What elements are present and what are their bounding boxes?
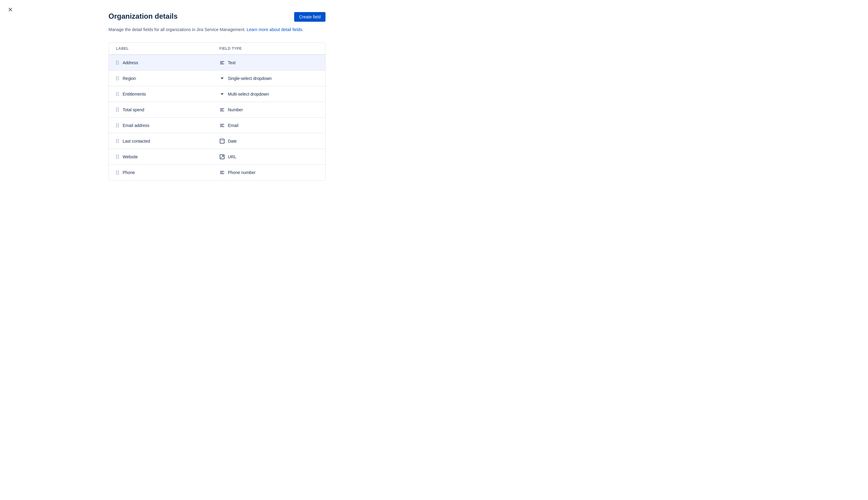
main-content: Organization details Create field Manage… [103,0,332,193]
drag-dot [116,78,117,79]
drag-dot [116,140,117,141]
drag-dot [118,139,119,140]
close-button[interactable]: ✕ [6,5,14,14]
drag-handle[interactable] [116,123,119,127]
drag-dot [116,158,117,159]
drag-dot [116,123,117,124]
table-row[interactable]: Last contacted Date [109,133,325,149]
drag-dot [116,156,117,157]
email-type-icon [219,124,225,127]
field-type-cell: URL [217,151,320,163]
multi-dropdown-type-icon [219,93,225,95]
field-type-cell: Single-select dropdown [217,72,320,84]
dropdown-type-icon [219,78,225,79]
field-label: Address [123,60,138,65]
page-title: Organization details [108,12,177,21]
phone-type-icon [219,171,225,174]
field-label: Email address [123,123,150,128]
drag-handle[interactable] [116,171,119,174]
drag-dot [118,155,119,156]
create-field-button[interactable]: Create field [294,12,325,22]
field-type-cell: Phone number [217,167,320,179]
drag-handle[interactable] [116,76,119,80]
drag-dot [118,126,119,127]
drag-dot [116,109,117,110]
drag-dot [116,126,117,127]
field-label: Region [123,76,136,81]
drag-dot [118,171,119,172]
field-type-label: Multi-select dropdown [228,92,269,96]
field-label: Website [123,155,138,159]
text-type-icon [219,61,225,64]
drag-dot [116,61,117,61]
drag-dot [118,172,119,173]
field-type-label: Date [228,139,237,144]
table-row[interactable]: Website URL [109,149,325,164]
field-type-label: URL [228,155,236,159]
number-type-icon [219,108,225,111]
date-type-icon [219,139,225,144]
drag-dot [118,108,119,109]
drag-dot [118,79,119,80]
learn-more-link[interactable]: Learn more about detail fields. [246,27,303,32]
drag-dot [118,93,119,94]
drag-handle[interactable] [116,108,119,112]
drag-dot [116,125,117,126]
field-type-cell: Email [217,120,320,132]
drag-dot [118,92,119,93]
drag-dot [116,93,117,94]
drag-dot [116,171,117,172]
label-cell: Entitlements [114,88,217,100]
drag-dot [116,139,117,140]
header-row: Organization details Create field [108,12,325,22]
drag-dot [118,109,119,110]
subtitle: Manage the detail fields for all organiz… [108,26,325,33]
drag-dot [116,92,117,93]
table-row[interactable]: Phone Phone number [109,164,325,180]
close-icon: ✕ [8,7,13,13]
drag-handle[interactable] [116,139,119,143]
drag-handle[interactable] [116,92,119,96]
table-header: Label Field type [109,43,325,55]
drag-dot [118,174,119,174]
drag-dot [116,155,117,156]
drag-dot [118,95,119,96]
field-type-column-header: Field type [217,45,320,52]
field-type-cell: Date [217,135,320,147]
table-row[interactable]: Region Single-select dropdown [109,70,325,86]
field-type-label: Single-select dropdown [228,76,272,81]
field-type-label: Text [228,60,236,65]
table-row[interactable]: Address Text [109,55,325,70]
drag-handle[interactable] [116,155,119,159]
drag-dot [118,78,119,79]
drag-dot [116,108,117,109]
table-row[interactable]: Entitlements Multi-select dropdown [109,86,325,102]
label-cell: Total spend [114,104,217,116]
url-type-icon [219,155,225,159]
field-label: Phone [123,170,135,175]
field-type-label: Email [228,123,239,128]
drag-dot [116,64,117,65]
drag-dot [118,64,119,65]
drag-dot [118,158,119,159]
drag-handle[interactable] [116,61,119,65]
drag-dot [118,111,119,112]
field-label: Entitlements [123,92,146,96]
drag-dot [116,62,117,63]
drag-dot [116,142,117,143]
table-row[interactable]: Total spend Number [109,102,325,117]
label-cell: Last contacted [114,135,217,147]
drag-dot [116,111,117,112]
drag-dot [116,79,117,80]
label-cell: Website [114,151,217,163]
drag-dot [116,95,117,96]
field-type-cell: Text [217,57,320,69]
subtitle-text: Manage the detail fields for all organiz… [108,27,245,32]
drag-dot [118,140,119,141]
field-label: Total spend [123,107,144,112]
field-type-cell: Number [217,104,320,116]
drag-dot [116,172,117,173]
drag-dot [118,62,119,63]
fields-table: Label Field type Address [108,43,325,181]
table-row[interactable]: Email address Email [109,117,325,133]
